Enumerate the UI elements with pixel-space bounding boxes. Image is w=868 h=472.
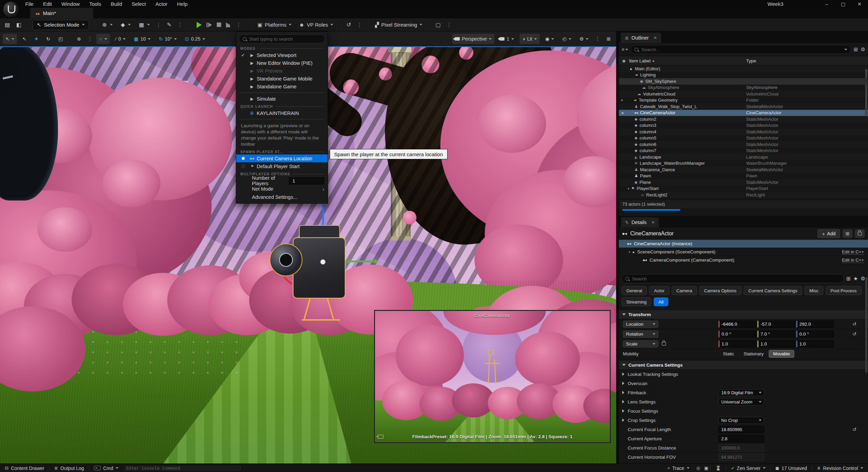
property-value-field[interactable]: Universal Zoom xyxy=(718,398,764,405)
rotation-snap-dropdown[interactable]: ↻ 10° xyxy=(156,34,180,44)
advanced-settings-row[interactable]: Advanced Settings... xyxy=(236,193,328,201)
row-gutter-icon[interactable]: ▾ xyxy=(621,99,627,102)
tv-options-icon[interactable]: ⋮ xyxy=(445,22,453,28)
menu-item[interactable]: ▶ New Editor Window (PIE) xyxy=(236,59,328,67)
outliner-vertical-scrollbar[interactable] xyxy=(865,69,867,117)
menu-item[interactable]: ✓ ▶ Selected Viewport xyxy=(236,51,328,59)
filter-chip[interactable]: General xyxy=(622,286,647,295)
expand-icon[interactable] xyxy=(622,400,624,403)
x-value-field[interactable]: 0.0 ° xyxy=(718,330,756,338)
property-row[interactable]: Lookat Tracking Settings ↺ xyxy=(619,370,868,379)
cmd-dropdown[interactable]: >_ Cmd xyxy=(89,464,123,472)
menu-item[interactable]: ▶ Standalone Game xyxy=(236,83,328,90)
tv-icon[interactable]: ▢ xyxy=(434,21,442,28)
property-value-field[interactable]: No Crop xyxy=(718,417,764,424)
camera-settings-section-header[interactable]: Current Camera Settings xyxy=(619,360,868,370)
property-row[interactable]: Current Horizontal FOV 64.991272 ↺ xyxy=(619,453,868,462)
blueprint-browse-icon[interactable]: ⊞ xyxy=(843,230,852,238)
sync-options-icon[interactable]: ⋮ xyxy=(356,22,363,28)
reset-icon[interactable]: ↺ xyxy=(852,427,856,432)
filter-chip[interactable]: Post Process xyxy=(826,286,862,295)
outliner-row[interactable]: ♟ Pawn Pawn xyxy=(619,173,868,179)
reset-icon[interactable]: ↺ xyxy=(852,321,856,327)
menu-item[interactable]: ▶ VR Preview xyxy=(236,67,328,75)
outliner-search[interactable] xyxy=(631,45,851,54)
property-row[interactable]: Overscan ↺ xyxy=(619,379,868,388)
menu-item[interactable]: Tools xyxy=(85,0,105,8)
filter-chip[interactable]: Current Camera Settings xyxy=(744,286,802,295)
viewport-settings-dropdown[interactable]: ⚙ xyxy=(577,34,592,44)
edit-in-cpp-link[interactable]: Edit in C++ xyxy=(842,257,864,263)
expand-icon[interactable] xyxy=(622,391,624,394)
outliner-row[interactable]: ☁ SkyAtmosphere SkyAtmosphere xyxy=(619,85,868,91)
outliner-row[interactable]: ≋ Landscape_WaterBrushManager WaterBrush… xyxy=(619,160,868,167)
outliner-row[interactable]: ◆ column5 StaticMeshActor xyxy=(619,135,868,142)
expand-icon[interactable] xyxy=(622,382,624,385)
blueprints-dropdown[interactable]: ◆ xyxy=(118,21,132,28)
gizmo-center-handle[interactable] xyxy=(320,259,326,265)
component-row[interactable]: ■◄ CameraComponent (CameraComponent) Edi… xyxy=(619,256,868,264)
scale-lock-icon[interactable] xyxy=(662,341,666,347)
menu-item-device[interactable]: ⊞ KAYLAINTHERAIN xyxy=(236,109,328,117)
menu-item[interactable]: Window xyxy=(57,0,84,8)
preview-pin-icon[interactable] xyxy=(378,435,383,439)
outliner-row[interactable]: ◆ column3 StaticMeshActor xyxy=(619,122,868,129)
play-button[interactable] xyxy=(197,22,202,28)
x-value-field[interactable]: 1.0 xyxy=(718,340,756,348)
menu-item[interactable]: Select xyxy=(128,0,150,8)
menu-search-input[interactable] xyxy=(248,36,321,42)
y-axis-arrow[interactable] xyxy=(345,261,375,262)
property-row[interactable]: Crop Settings No Crop ↺ xyxy=(619,416,868,425)
panel-divider[interactable] xyxy=(616,31,619,463)
quad-view-button[interactable]: ⊞ xyxy=(604,34,613,44)
tab-outliner[interactable]: ≣ Outliner ✕ xyxy=(621,33,661,43)
menu-item-spawn[interactable]: ⚑ Default Player Start xyxy=(236,162,328,170)
filter-chip[interactable]: Actor xyxy=(649,286,669,295)
camera-gizmo[interactable] xyxy=(273,194,375,323)
trace-dropdown[interactable]: ≈ Trace xyxy=(663,464,694,472)
reset-icon[interactable]: ↺ xyxy=(852,331,856,337)
favorites-icon[interactable]: ★ xyxy=(853,276,858,282)
content-browser-icon[interactable]: ◧ xyxy=(15,21,23,28)
transform-axis-dropdown[interactable]: Scale xyxy=(623,340,658,348)
snap-dropdown[interactable]: ∩ xyxy=(96,34,110,44)
property-row[interactable]: Current Focal Length 18.650995 ↺ xyxy=(619,425,868,434)
expand-icon[interactable] xyxy=(622,418,624,422)
selection-mode-dropdown[interactable]: ↖ Selection Mode xyxy=(32,20,89,30)
surface-snap-dropdown[interactable]: ∕ 0 xyxy=(113,34,128,44)
camera-preview[interactable]: CineCameraActor FilmbackPreset: 16:9 Dig… xyxy=(375,311,610,442)
component-row[interactable]: ▾ ▲ SceneComponent (SceneComponent) Edit… xyxy=(619,248,868,256)
menu-search[interactable] xyxy=(239,34,325,43)
outliner-row[interactable]: ▾ ⚑ PlayerStart PlayerStart xyxy=(619,186,868,192)
transform-options-icon[interactable]: ⋮ xyxy=(86,36,94,42)
move-tool[interactable]: + xyxy=(32,34,41,44)
sync-icon[interactable]: ↺ xyxy=(345,21,352,28)
component-row[interactable]: ■◄ CineCameraActor (Instance) xyxy=(619,240,868,248)
view-mode-dropdown[interactable]: ◑ Lit xyxy=(520,34,540,44)
filter-chip[interactable]: Camera xyxy=(672,286,697,295)
outliner-row[interactable]: ◆ column4 StaticMeshActor xyxy=(619,129,868,135)
z-value-field[interactable]: 292.0 xyxy=(796,321,834,328)
meter-icon[interactable]: ◎ xyxy=(694,466,702,471)
property-row[interactable]: Focus Settings ↺ xyxy=(619,407,868,416)
outliner-horizontal-scrollbar[interactable] xyxy=(622,209,680,211)
outliner-settings-icon[interactable]: ⚙ xyxy=(861,46,865,53)
outliner-row[interactable]: ♟ Catwalk_Walk_Stop_Twist_L SkeletalMesh… xyxy=(619,103,868,110)
details-vertical-scrollbar[interactable] xyxy=(865,277,867,373)
outliner-row[interactable]: ◆ column7 StaticMeshActor xyxy=(619,148,868,154)
players-input[interactable] xyxy=(289,177,324,185)
menu-item-spawn[interactable]: ■◄ Current Camera Location xyxy=(236,154,328,162)
maximize-button[interactable]: ▢ xyxy=(839,1,847,7)
expand-arrow-icon[interactable]: ▾ xyxy=(628,187,629,190)
property-row[interactable]: Current Aperture 2.8 ↺ xyxy=(619,434,868,443)
edit-tool-icon[interactable]: ✎ xyxy=(166,21,173,28)
transform-section-header[interactable]: Transform xyxy=(619,310,868,319)
expand-icon[interactable] xyxy=(622,409,624,413)
tab-main-level[interactable]: ▲▲ Main* xyxy=(30,8,93,18)
minimize-button[interactable]: – xyxy=(823,1,830,7)
output-log-button[interactable]: ≣ Output Log xyxy=(49,464,89,472)
tab-details[interactable]: ✎ Details ✕ xyxy=(621,217,659,227)
close-icon[interactable]: ✕ xyxy=(651,220,655,225)
close-icon[interactable]: ✕ xyxy=(654,35,657,40)
frame-skip-button[interactable] xyxy=(207,23,212,27)
